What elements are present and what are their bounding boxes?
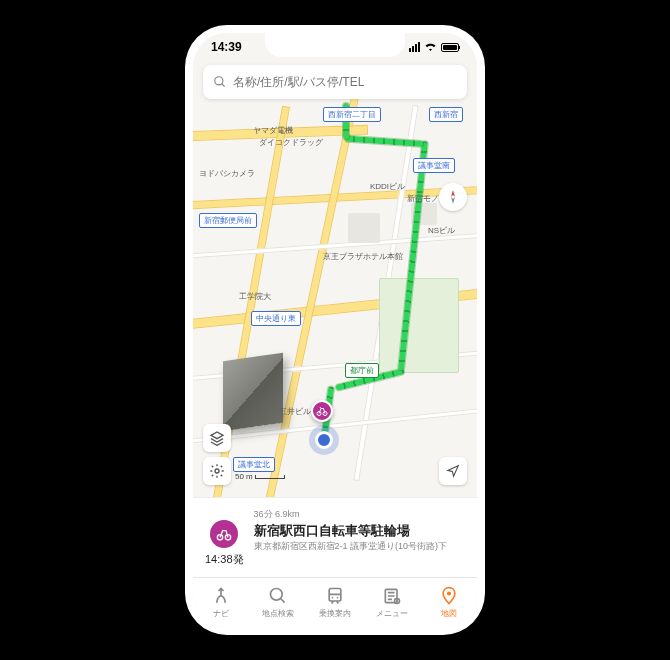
tab-menu[interactable]: メニュー [363,578,420,627]
gear-icon [209,463,225,479]
locate-icon [446,464,460,478]
navi-icon [211,586,231,606]
svg-point-9 [337,597,339,599]
status-time: 14:39 [211,40,242,54]
place-label: ダイコクドラッグ [259,137,323,148]
svg-point-12 [446,591,450,595]
route-title: 新宿駅西口自転車等駐輪場 [254,522,465,540]
tab-transit[interactable]: 乗換案内 [307,578,364,627]
station-label[interactable]: 都庁前 [345,363,379,378]
station-label[interactable]: 中央通り東 [251,311,301,326]
route-address: 東京都新宿区西新宿2-1 議事堂通り(10号街路)下 [254,541,465,553]
tab-label: メニュー [376,608,408,619]
place-label: NSビル [428,225,455,236]
tab-navi[interactable]: ナビ [193,578,250,627]
tab-label: 地点検索 [262,608,294,619]
place-label: KDDIビル [370,181,405,192]
current-location-marker [315,431,333,449]
map-pin-icon [439,586,459,606]
battery-icon [441,43,459,52]
locate-button[interactable] [439,457,467,485]
place-label: ヨドバシカメラ [199,168,255,179]
wifi-icon [424,42,437,52]
train-icon [325,586,345,606]
layers-icon [209,430,225,446]
search-icon [268,586,288,606]
tab-label: ナビ [213,608,229,619]
place-label: ヤマダ電機 [253,125,293,136]
route-summary: 36分 6.9km [254,508,465,521]
route-info-card[interactable]: 14:38発 36分 6.9km 新宿駅西口自転車等駐輪場 東京都新宿区西新宿2… [193,497,477,577]
place-label: 三井ビル [279,406,311,417]
compass-icon [445,189,461,205]
place-label: 京王プラザホテル本館 [323,251,403,262]
place-label: 工学院大 [239,291,271,302]
svg-point-6 [271,589,283,601]
layers-button[interactable] [203,424,231,452]
station-label[interactable]: 西新宿 [429,107,463,122]
tab-bar: ナビ 地点検索 乗換案内 メニュー 地図 [193,577,477,627]
station-label[interactable]: 議事堂北 [233,457,275,472]
phone-notch [265,33,405,57]
menu-icon [382,586,402,606]
svg-point-8 [332,597,334,599]
search-input[interactable] [233,75,457,89]
signal-icon [409,42,420,52]
destination-pin[interactable] [311,400,333,422]
tab-map[interactable]: 地図 [420,578,477,627]
search-icon [213,75,227,89]
svg-point-2 [215,469,219,473]
station-label[interactable]: 西新宿二丁目 [323,107,381,122]
bicycle-icon [316,405,328,417]
tab-label: 乗換案内 [319,608,351,619]
search-bar[interactable] [203,65,467,99]
svg-point-4 [218,535,223,540]
building-3d [223,353,283,431]
station-label[interactable]: 新宿郵便局前 [199,213,257,228]
tab-spot-search[interactable]: 地点検索 [250,578,307,627]
compass-control[interactable] [439,183,467,211]
map-scale: 50 m [235,472,285,481]
route-mode-badge [210,520,238,548]
settings-button[interactable] [203,457,231,485]
tab-label: 地図 [441,608,457,619]
bicycle-icon [216,526,232,542]
scale-label: 50 m [235,472,253,481]
station-label[interactable]: 議事堂南 [413,158,455,173]
departure-time: 14:38発 [205,552,244,567]
svg-point-3 [215,77,223,85]
